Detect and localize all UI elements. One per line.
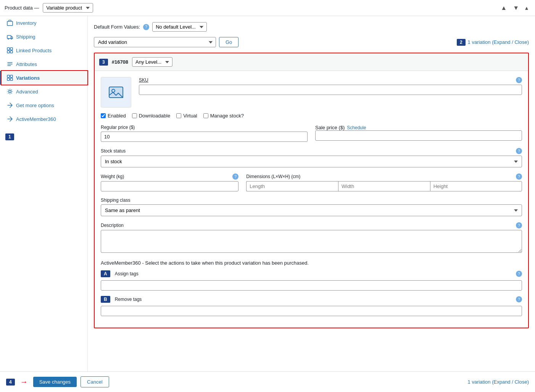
- length-input[interactable]: [246, 181, 338, 191]
- variation-image-area[interactable]: [101, 77, 131, 108]
- any-level-select[interactable]: Any Level...: [132, 57, 172, 67]
- sku-input[interactable]: [139, 85, 522, 95]
- svg-rect-1: [7, 35, 11, 39]
- sidebar-item-shipping[interactable]: Shipping: [0, 30, 87, 43]
- go-button[interactable]: Go: [219, 37, 238, 47]
- variation-count-badge: 2: [457, 39, 466, 46]
- sidebar-item-advanced[interactable]: Advanced: [0, 85, 87, 98]
- save-changes-button[interactable]: Save changes: [33, 377, 77, 387]
- downloadable-checkbox[interactable]: [132, 113, 137, 118]
- downloadable-checkbox-item[interactable]: Downloadable: [132, 113, 170, 119]
- footer-variation-count[interactable]: 1 variation (Expand / Close): [468, 379, 529, 385]
- assign-tags-badge: A: [101, 270, 110, 277]
- sidebar-item-inventory-label: Inventory: [16, 20, 36, 26]
- shipping-class-row: Shipping class Same as parent: [101, 198, 522, 216]
- assign-tags-help-icon[interactable]: ?: [516, 271, 522, 277]
- description-textarea[interactable]: [101, 230, 522, 253]
- footer: 4 → Save changes Cancel 1 variation (Exp…: [0, 371, 535, 392]
- sidebar-item-get-more-options-label: Get more options: [16, 103, 54, 108]
- variation-count-area: 2 1 variation (Expand / Close): [457, 39, 529, 46]
- sidebar-item-inventory[interactable]: Inventory: [0, 16, 87, 30]
- stock-status-row: Stock status ? In stock: [101, 148, 522, 167]
- manage-stock-checkbox[interactable]: [203, 113, 208, 118]
- sidebar-item-variations-label: Variations: [16, 75, 40, 81]
- price-row: Regular price ($) Sale price ($) Schedul…: [101, 125, 522, 142]
- dimensions-help-icon[interactable]: ?: [516, 174, 522, 180]
- sidebar-item-variations[interactable]: Variations: [0, 71, 87, 85]
- shipping-icon: [7, 34, 13, 40]
- remove-tags-input[interactable]: [101, 306, 522, 316]
- get-more-options-icon: [7, 102, 13, 108]
- arrow-expand-button[interactable]: ▴: [523, 3, 530, 12]
- sale-price-label: Sale price ($): [315, 125, 345, 130]
- arrow-up-button[interactable]: ▲: [498, 3, 509, 12]
- enabled-checkbox-item[interactable]: Enabled: [101, 113, 126, 119]
- svg-point-3: [11, 39, 12, 40]
- dimensions-inputs: [246, 181, 522, 191]
- variation-count-label[interactable]: 1 variation (Expand / Close): [468, 39, 529, 45]
- regular-price-input[interactable]: [101, 132, 308, 142]
- sidebar-item-shipping-label: Shipping: [16, 34, 35, 40]
- svg-rect-5: [10, 48, 13, 50]
- width-input[interactable]: [338, 181, 430, 191]
- cancel-button[interactable]: Cancel: [81, 376, 109, 387]
- manage-stock-checkbox-item[interactable]: Manage stock?: [203, 113, 244, 119]
- arrow-down-button[interactable]: ▼: [511, 3, 521, 12]
- enabled-label: Enabled: [108, 113, 126, 119]
- svg-point-2: [8, 39, 9, 40]
- product-data-header: Product data — Variable product ▲ ▼ ▴: [0, 0, 535, 16]
- add-variation-select[interactable]: Add variation: [94, 37, 216, 47]
- enabled-checkbox[interactable]: [101, 113, 106, 118]
- description-row: Description ?: [101, 222, 522, 254]
- sidebar-item-linked-products-label: Linked Products: [16, 48, 52, 53]
- weight-input[interactable]: [101, 181, 238, 191]
- sidebar: Inventory Shipping: [0, 16, 88, 371]
- sku-help-icon[interactable]: ?: [516, 77, 522, 83]
- product-type-select[interactable]: Variable product: [43, 3, 93, 13]
- active-member-text: ActiveMember360 - Select the actions to …: [101, 260, 522, 266]
- dimensions-field: Dimensions (L×W×H) (cm) ?: [246, 174, 522, 191]
- sale-price-input[interactable]: [315, 130, 522, 141]
- checkboxes-row: Enabled Downloadable Virtual Manage: [101, 113, 522, 119]
- description-help-icon[interactable]: ?: [516, 222, 522, 228]
- variation-top-row: SKU ?: [101, 77, 522, 108]
- footer-badge-4: 4: [6, 379, 15, 386]
- remove-tags-field-header: B Remove tags ?: [101, 296, 522, 303]
- assign-tags-input[interactable]: [101, 280, 522, 291]
- sku-field-header: SKU ?: [139, 77, 522, 83]
- default-form-values-label: Default Form Values:: [94, 24, 140, 30]
- sidebar-item-attributes[interactable]: Attributes: [0, 57, 87, 71]
- no-default-level-select[interactable]: No default Level...: [152, 22, 207, 32]
- add-variation-row: Add variation Go 2 1 variation (Expand /…: [94, 37, 529, 47]
- assign-tags-field-header: A Assign tags ?: [101, 270, 522, 277]
- dimensions-field-header: Dimensions (L×W×H) (cm) ?: [246, 174, 522, 180]
- sidebar-item-attributes-label: Attributes: [16, 61, 37, 67]
- stock-status-field-header: Stock status ?: [101, 148, 522, 154]
- sidebar-item-linked-products[interactable]: Linked Products: [0, 43, 87, 57]
- weight-label: Weight (kg): [101, 174, 124, 179]
- remove-tags-badge: B: [101, 296, 110, 303]
- virtual-checkbox-item[interactable]: Virtual: [176, 113, 197, 119]
- weight-help-icon[interactable]: ?: [232, 174, 238, 180]
- svg-rect-9: [10, 75, 13, 77]
- sidebar-item-active-member360[interactable]: ActiveMember360: [0, 112, 87, 126]
- linked-products-icon: [7, 47, 13, 53]
- sidebar-item-get-more-options[interactable]: Get more options: [0, 98, 87, 112]
- svg-rect-8: [7, 75, 10, 77]
- svg-rect-7: [10, 51, 13, 53]
- assign-tags-label: Assign tags: [115, 271, 139, 276]
- default-form-values-help-icon[interactable]: ?: [143, 24, 149, 30]
- main-layout: Inventory Shipping: [0, 16, 535, 371]
- shipping-class-select[interactable]: Same as parent: [101, 204, 522, 216]
- page-wrapper: Product data — Variable product ▲ ▼ ▴ In…: [0, 0, 535, 392]
- remove-tags-help-icon[interactable]: ?: [516, 296, 522, 302]
- stock-status-select[interactable]: In stock: [101, 156, 522, 167]
- height-input[interactable]: [430, 181, 522, 191]
- stock-status-help-icon[interactable]: ?: [516, 148, 522, 154]
- virtual-checkbox[interactable]: [176, 113, 181, 118]
- sidebar-item-advanced-label: Advanced: [16, 89, 38, 95]
- form-values-row: Default Form Values: ? No default Level.…: [94, 22, 529, 32]
- weight-field: Weight (kg) ?: [101, 174, 238, 191]
- variation-panel: 3 #16708 Any Level...: [94, 53, 529, 328]
- schedule-link[interactable]: Schedule: [347, 125, 366, 130]
